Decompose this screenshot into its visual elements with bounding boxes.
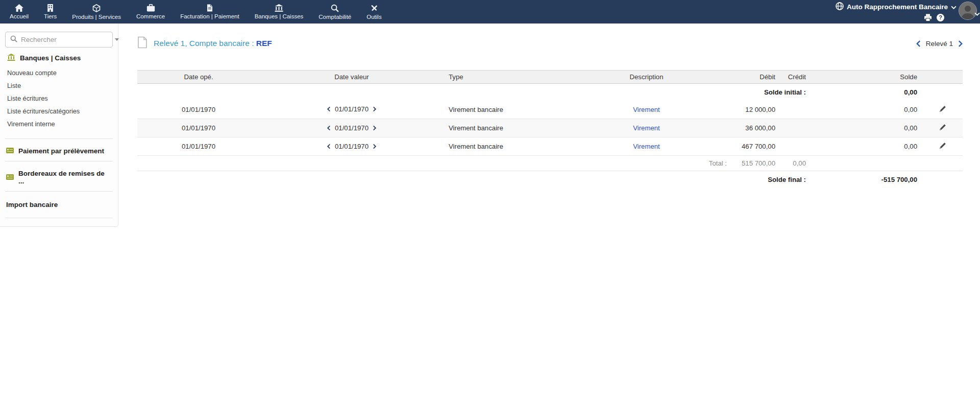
- date-valeur-prev-icon[interactable]: [327, 144, 331, 149]
- solde-initial-row: Solde initial : 0,00: [137, 84, 963, 101]
- cell-debit: 467 700,00: [732, 137, 780, 156]
- section-title: Banques | Caisses: [20, 54, 81, 62]
- menu-accueil[interactable]: Accueil: [2, 0, 36, 24]
- cell-credit: [780, 119, 811, 137]
- sidebar-section-title-bordereaux[interactable]: Bordereaux de remises de ...: [5, 165, 113, 188]
- tools-icon: [370, 4, 378, 12]
- total-label: Total :: [137, 156, 732, 171]
- section-title: Paiement par prélèvement: [18, 147, 104, 155]
- total-debit: 515 700,00: [732, 156, 780, 171]
- briefcase-icon: [146, 4, 155, 12]
- date-valeur-prev-icon[interactable]: [327, 125, 331, 131]
- avatar-chevron-down-icon[interactable]: [974, 9, 980, 18]
- menu-banques-caisses[interactable]: Banques | Caisses: [247, 0, 311, 24]
- sidebar-section-title-prelevement[interactable]: Paiement par prélèvement: [5, 142, 113, 158]
- cell-solde: 0,00: [811, 101, 922, 119]
- header-date-ope: Date opé.: [137, 71, 260, 84]
- total-row: Total : 515 700,00 0,00: [137, 156, 963, 171]
- globe-icon: [836, 2, 844, 12]
- search-icon: [10, 35, 17, 44]
- description-link[interactable]: Virement: [633, 143, 660, 150]
- top-navbar: Accueil Tiers Produits | Services Commer…: [0, 0, 980, 24]
- user-name: Auto Rapprochement Bancaire: [847, 3, 948, 11]
- solde-initial-label: Solde initial :: [137, 84, 811, 101]
- edit-pencil-icon[interactable]: [938, 123, 947, 133]
- cell-type: Virement bancaire: [444, 137, 561, 156]
- menu-label: Commerce: [136, 13, 165, 19]
- cube-icon: [92, 4, 101, 12]
- sidebar-item-liste-ecritures-categories[interactable]: Liste écritures/catégories: [7, 105, 112, 118]
- help-icon[interactable]: ?: [937, 14, 944, 21]
- menu-comptabilite[interactable]: Comptabilité: [311, 0, 359, 24]
- sidebar-item-virement-interne[interactable]: Virement interne: [7, 118, 112, 130]
- menu-facturation-paiement[interactable]: Facturation | Paiement: [173, 0, 247, 24]
- invoice-icon: [207, 4, 213, 12]
- menu-label: Accueil: [10, 13, 29, 19]
- menu-label: Facturation | Paiement: [180, 13, 239, 19]
- bank-icon: [7, 54, 15, 62]
- sidebar-items: Nouveau compte Liste Liste écritures Lis…: [6, 65, 112, 134]
- user-menu[interactable]: Auto Rapprochement Bancaire: [836, 2, 957, 12]
- cell-debit: 36 000,00: [732, 119, 780, 137]
- table-header-row: Date opé. Date valeur Type Description D…: [137, 71, 963, 84]
- payment-card-icon: [6, 147, 14, 155]
- cell-type: Virement bancaire: [444, 119, 561, 137]
- header-type: Type: [444, 71, 561, 84]
- sidebar-item-nouveau-compte[interactable]: Nouveau compte: [7, 66, 112, 79]
- statement-pager: Relevé 1: [916, 40, 963, 48]
- table-row: 01/01/1970 01/01/1970 Virement bancaire …: [137, 101, 963, 119]
- main-menu: Accueil Tiers Produits | Services Commer…: [0, 0, 980, 24]
- sidebar-divider: [5, 161, 113, 161]
- edit-pencil-icon[interactable]: [938, 141, 947, 152]
- total-credit: 0,00: [780, 156, 811, 171]
- date-valeur-next-icon[interactable]: [373, 144, 377, 149]
- payment-card-icon: [6, 174, 14, 181]
- sidebar-section-banques: Banques | Caisses Nouveau compte Liste L…: [5, 48, 113, 135]
- menu-produits-services[interactable]: Produits | Services: [64, 0, 129, 24]
- date-valeur-next-icon[interactable]: [373, 125, 377, 131]
- cell-date-ope: 01/01/1970: [137, 101, 260, 119]
- cell-credit: [780, 101, 811, 119]
- table-row: 01/01/1970 01/01/1970 Virement bancaire …: [137, 119, 963, 137]
- menu-label: Produits | Services: [72, 14, 121, 20]
- section-title: Bordereaux de remises de ...: [18, 170, 112, 185]
- sidebar-divider: [5, 138, 113, 139]
- pager-previous-icon[interactable]: [916, 40, 921, 47]
- pager-next-icon[interactable]: [958, 40, 963, 47]
- bank-icon: [275, 4, 283, 12]
- menu-label: Tiers: [44, 13, 57, 19]
- header-debit: Débit: [732, 71, 780, 84]
- menu-commerce[interactable]: Commerce: [129, 0, 173, 24]
- page-title: Relevé 1, Compte bancaire : REF: [154, 39, 272, 48]
- menu-label: Comptabilité: [318, 14, 351, 20]
- menu-outils[interactable]: Outils: [359, 0, 389, 24]
- date-valeur-next-icon[interactable]: [373, 106, 377, 112]
- navbar-right: Auto Rapprochement Bancaire ?: [836, 0, 980, 24]
- print-icon[interactable]: [924, 14, 932, 24]
- sidebar-item-liste[interactable]: Liste: [7, 79, 112, 92]
- date-valeur-prev-icon[interactable]: [327, 106, 331, 112]
- cell-date-ope: 01/01/1970: [137, 137, 260, 156]
- description-link[interactable]: Virement: [633, 124, 660, 132]
- cell-solde: 0,00: [811, 137, 922, 156]
- sidebar-item-import-bancaire[interactable]: Import bancaire: [5, 195, 113, 215]
- cell-date-valeur: 01/01/1970: [335, 124, 369, 132]
- sidebar-section-title-banques[interactable]: Banques | Caisses: [6, 49, 112, 65]
- header-date-valeur: Date valeur: [260, 71, 444, 84]
- menu-tiers[interactable]: Tiers: [36, 0, 64, 24]
- cell-date-valeur: 01/01/1970: [335, 105, 369, 113]
- sidebar-item-liste-ecritures[interactable]: Liste écritures: [7, 92, 112, 105]
- search-input[interactable]: [21, 36, 111, 43]
- magnifier-icon: [331, 4, 339, 12]
- description-link[interactable]: Virement: [633, 106, 660, 113]
- title-row: Relevé 1, Compte bancaire : REF Relevé 1: [137, 36, 963, 51]
- header-credit: Crédit: [780, 71, 811, 84]
- building-icon: [47, 4, 54, 12]
- cell-debit: 12 000,00: [732, 101, 780, 119]
- cell-solde: 0,00: [811, 119, 922, 137]
- left-sidebar: Banques | Caisses Nouveau compte Liste L…: [0, 24, 118, 227]
- chevron-down-icon: [951, 3, 957, 11]
- solde-final-value: -515 700,00: [811, 171, 922, 189]
- page-title-ref: REF: [256, 39, 272, 48]
- edit-pencil-icon[interactable]: [938, 104, 947, 115]
